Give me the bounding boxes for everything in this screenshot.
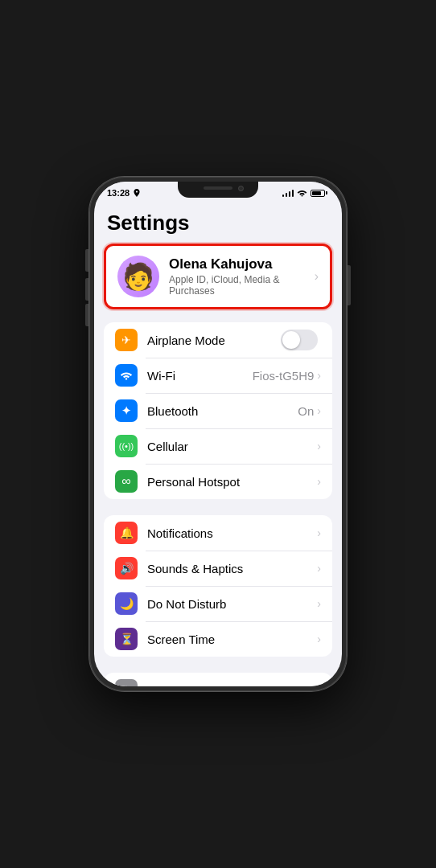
wifi-icon [297, 189, 307, 197]
camera [238, 186, 244, 191]
svg-point-1 [125, 378, 127, 379]
wifi-label: Wi-Fi [147, 369, 253, 383]
profile-info: Olena Kahujova Apple ID, iCloud, Media &… [169, 256, 305, 297]
screen-time-icon: ⏳ [115, 628, 138, 650]
profile-subtitle: Apple ID, iCloud, Media & Purchases [169, 274, 305, 297]
dnd-icon: 🌙 [115, 592, 138, 615]
phone-screen: 13:28 [94, 182, 342, 686]
bluetooth-chevron: › [317, 404, 321, 417]
avatar: 🧑 [117, 256, 159, 297]
page-title: Settings [94, 204, 342, 244]
profile-chevron: › [315, 269, 319, 284]
hotspot-icon: ∞ [115, 470, 138, 493]
notifications-chevron: › [317, 526, 321, 539]
general-label: General [147, 684, 317, 687]
bluetooth-label: Bluetooth [147, 404, 298, 418]
sounds-icon: 🔊 [115, 557, 138, 579]
dnd-row[interactable]: 🌙 Do Not Disturb › [104, 586, 332, 621]
wifi-row[interactable]: Wi-Fi Fios-tG5H9 › [104, 358, 332, 393]
dnd-chevron: › [317, 597, 321, 610]
general-chevron: › [317, 684, 321, 686]
battery-icon [311, 190, 327, 197]
bluetooth-value: On [298, 404, 314, 418]
hotspot-chevron: › [317, 475, 321, 488]
screen-content[interactable]: Settings 🧑 Olena Kahujova Apple ID, iClo… [94, 204, 342, 686]
status-time: 13:28 [107, 188, 140, 198]
screen-time-label: Screen Time [147, 633, 317, 646]
screen-time-chevron: › [317, 633, 321, 645]
hotspot-label: Personal Hotspot [147, 475, 317, 489]
cellular-row[interactable]: ((•)) Cellular › [104, 428, 332, 464]
hotspot-row[interactable]: ∞ Personal Hotspot › [104, 464, 332, 499]
system-group: ⚙ General › ⊞ Control Center › AA [104, 673, 332, 686]
wifi-row-icon [115, 364, 138, 387]
airplane-mode-icon: ✈ [115, 329, 138, 351]
airplane-mode-toggle[interactable] [281, 330, 318, 350]
signal-icon [282, 189, 294, 197]
airplane-mode-row[interactable]: ✈ Airplane Mode [104, 322, 332, 358]
location-icon [134, 189, 140, 197]
svg-point-0 [302, 195, 303, 197]
notifications-group: 🔔 Notifications › 🔊 Sounds & Haptics › 🌙 [104, 515, 332, 657]
wifi-chevron: › [317, 369, 321, 382]
phone-frame: 13:28 [89, 177, 347, 691]
general-icon: ⚙ [115, 679, 138, 686]
wifi-value: Fios-tG5H9 [253, 369, 315, 383]
status-indicators [282, 189, 328, 197]
bluetooth-row[interactable]: ✦ Bluetooth On › [104, 393, 332, 428]
cellular-icon: ((•)) [115, 435, 138, 457]
screen-time-row[interactable]: ⏳ Screen Time › [104, 621, 332, 657]
sounds-row[interactable]: 🔊 Sounds & Haptics › [104, 551, 332, 586]
cellular-chevron: › [317, 440, 321, 452]
profile-row[interactable]: 🧑 Olena Kahujova Apple ID, iCloud, Media… [104, 244, 332, 309]
connectivity-group: ✈ Airplane Mode Wi-Fi [104, 322, 332, 499]
speaker [204, 186, 232, 190]
sounds-chevron: › [317, 562, 321, 575]
dnd-label: Do Not Disturb [147, 597, 317, 611]
general-row[interactable]: ⚙ General › [104, 673, 332, 686]
bluetooth-icon: ✦ [115, 399, 138, 422]
notifications-icon: 🔔 [115, 522, 138, 544]
airplane-mode-label: Airplane Mode [147, 334, 281, 347]
time-display: 13:28 [107, 188, 130, 198]
notch [178, 182, 258, 198]
notifications-label: Notifications [147, 526, 317, 540]
wifi-settings-icon [120, 371, 133, 380]
sounds-label: Sounds & Haptics [147, 562, 317, 575]
cellular-label: Cellular [147, 440, 317, 453]
profile-name: Olena Kahujova [169, 256, 305, 272]
notifications-row[interactable]: 🔔 Notifications › [104, 515, 332, 551]
